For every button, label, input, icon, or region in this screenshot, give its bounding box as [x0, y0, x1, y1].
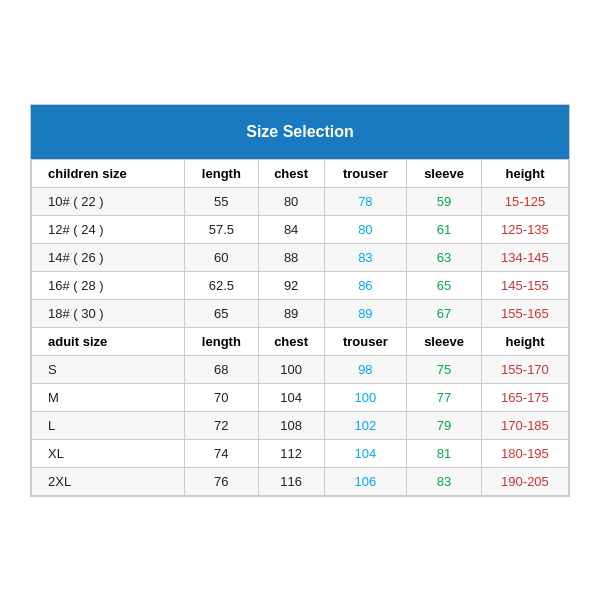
length-cell: 72: [185, 411, 259, 439]
length-cell: 55: [185, 187, 259, 215]
trouser-cell: 100: [324, 383, 407, 411]
length-cell: 65: [185, 299, 259, 327]
children-sleeve-header: sleeve: [407, 159, 482, 187]
sleeve-cell: 83: [407, 467, 482, 495]
height-cell: 180-195: [481, 439, 568, 467]
chest-cell: 80: [258, 187, 324, 215]
sleeve-cell: 59: [407, 187, 482, 215]
size-cell: 18# ( 30 ): [32, 299, 185, 327]
sleeve-cell: 81: [407, 439, 482, 467]
table-row: XL 74 112 104 81 180-195: [32, 439, 569, 467]
adult-chest-header: chest: [258, 327, 324, 355]
table-row: 14# ( 26 ) 60 88 83 63 134-145: [32, 243, 569, 271]
sleeve-cell: 65: [407, 271, 482, 299]
trouser-cell: 104: [324, 439, 407, 467]
sleeve-cell: 79: [407, 411, 482, 439]
sleeve-cell: 77: [407, 383, 482, 411]
height-cell: 15-125: [481, 187, 568, 215]
adult-header-row: aduit size length chest trouser sleeve h…: [32, 327, 569, 355]
adult-height-header: height: [481, 327, 568, 355]
table-row: 2XL 76 116 106 83 190-205: [32, 467, 569, 495]
chest-cell: 116: [258, 467, 324, 495]
height-cell: 165-175: [481, 383, 568, 411]
height-cell: 145-155: [481, 271, 568, 299]
size-cell: S: [32, 355, 185, 383]
size-cell: 2XL: [32, 467, 185, 495]
trouser-cell: 89: [324, 299, 407, 327]
trouser-cell: 83: [324, 243, 407, 271]
chest-cell: 84: [258, 215, 324, 243]
size-cell: XL: [32, 439, 185, 467]
trouser-cell: 102: [324, 411, 407, 439]
children-height-header: height: [481, 159, 568, 187]
table-row: M 70 104 100 77 165-175: [32, 383, 569, 411]
sleeve-cell: 61: [407, 215, 482, 243]
length-cell: 68: [185, 355, 259, 383]
size-cell: 10# ( 22 ): [32, 187, 185, 215]
table-row: 16# ( 28 ) 62.5 92 86 65 145-155: [32, 271, 569, 299]
length-cell: 62.5: [185, 271, 259, 299]
chest-cell: 89: [258, 299, 324, 327]
sleeve-cell: 75: [407, 355, 482, 383]
table-row: 18# ( 30 ) 65 89 89 67 155-165: [32, 299, 569, 327]
chest-cell: 112: [258, 439, 324, 467]
trouser-cell: 80: [324, 215, 407, 243]
size-cell: 12# ( 24 ): [32, 215, 185, 243]
trouser-cell: 106: [324, 467, 407, 495]
adult-sleeve-header: sleeve: [407, 327, 482, 355]
chest-cell: 92: [258, 271, 324, 299]
length-cell: 70: [185, 383, 259, 411]
children-length-header: length: [185, 159, 259, 187]
children-chest-header: chest: [258, 159, 324, 187]
length-cell: 57.5: [185, 215, 259, 243]
trouser-cell: 86: [324, 271, 407, 299]
height-cell: 125-135: [481, 215, 568, 243]
trouser-cell: 78: [324, 187, 407, 215]
adult-trouser-header: trouser: [324, 327, 407, 355]
size-chart-container: Size Selection children size length ches…: [30, 104, 570, 497]
length-cell: 76: [185, 467, 259, 495]
chest-cell: 88: [258, 243, 324, 271]
chest-cell: 100: [258, 355, 324, 383]
table-row: 10# ( 22 ) 55 80 78 59 15-125: [32, 187, 569, 215]
trouser-cell: 98: [324, 355, 407, 383]
height-cell: 155-165: [481, 299, 568, 327]
length-cell: 74: [185, 439, 259, 467]
height-cell: 190-205: [481, 467, 568, 495]
table-row: 12# ( 24 ) 57.5 84 80 61 125-135: [32, 215, 569, 243]
children-size-header: children size: [32, 159, 185, 187]
size-cell: 16# ( 28 ): [32, 271, 185, 299]
size-table: children size length chest trouser sleev…: [31, 159, 569, 496]
chest-cell: 104: [258, 383, 324, 411]
children-header-row: children size length chest trouser sleev…: [32, 159, 569, 187]
height-cell: 155-170: [481, 355, 568, 383]
length-cell: 60: [185, 243, 259, 271]
chart-title: Size Selection: [31, 105, 569, 159]
chest-cell: 108: [258, 411, 324, 439]
table-row: L 72 108 102 79 170-185: [32, 411, 569, 439]
size-cell: M: [32, 383, 185, 411]
adult-size-header: aduit size: [32, 327, 185, 355]
sleeve-cell: 67: [407, 299, 482, 327]
adult-length-header: length: [185, 327, 259, 355]
table-row: S 68 100 98 75 155-170: [32, 355, 569, 383]
height-cell: 134-145: [481, 243, 568, 271]
children-trouser-header: trouser: [324, 159, 407, 187]
size-cell: 14# ( 26 ): [32, 243, 185, 271]
height-cell: 170-185: [481, 411, 568, 439]
size-cell: L: [32, 411, 185, 439]
sleeve-cell: 63: [407, 243, 482, 271]
